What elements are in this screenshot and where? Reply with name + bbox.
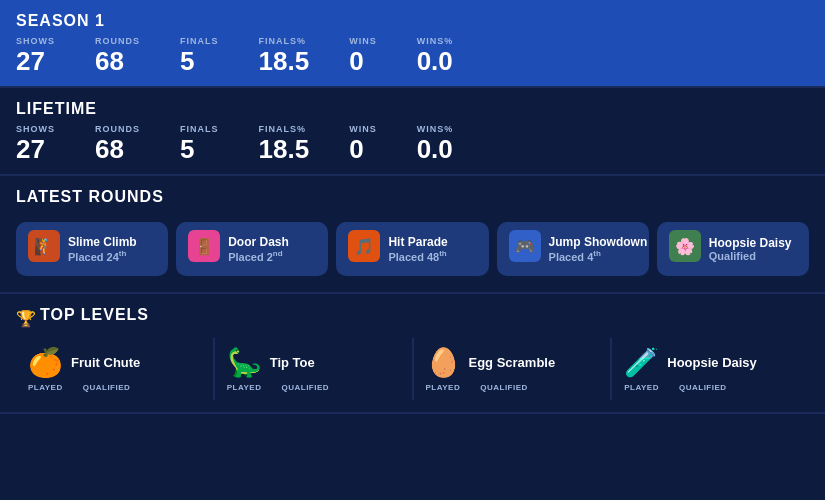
fruit-chute-icon: 🍊	[28, 346, 63, 379]
top-levels-title: TOP LEVELS	[40, 306, 149, 324]
season1-winspct-value: 0.0	[417, 48, 454, 74]
fruit-chute-header: 🍊 Fruit Chute	[28, 346, 140, 379]
season1-stat-winspct: WINS% 0.0	[417, 36, 454, 74]
svg-text:🎮: 🎮	[515, 237, 535, 256]
fruit-chute-qualified: QUALIFIED	[83, 383, 131, 392]
hit-parade-info: Hit Parade Placed 48th	[388, 235, 447, 263]
lifetime-section: LIFETIME SHOWS 27 ROUNDS 68 FINALS 5 FIN…	[0, 88, 825, 176]
slime-climb-info: Slime Climb Placed 24th	[68, 235, 137, 263]
lifetime-shows-value: 27	[16, 136, 55, 162]
door-dash-name: Door Dash	[228, 235, 289, 249]
hoopsie-daisy-icon: 🌸	[669, 230, 701, 268]
fruit-chute-stats: PLAYED QUALIFIED	[28, 383, 130, 392]
hit-parade-name: Hit Parade	[388, 235, 447, 249]
lifetime-stat-winspct: WINS% 0.0	[417, 124, 454, 162]
rounds-grid: 🧗 Slime Climb Placed 24th 🚪 Door Dash Pl…	[16, 222, 809, 280]
season1-title: SEASON 1	[16, 12, 809, 30]
tip-toe-qualified: QUALIFIED	[281, 383, 329, 392]
trophy-icon: 🏆	[16, 309, 36, 328]
door-dash-placed: Placed 2nd	[228, 249, 289, 263]
top-levels-grid: 🍊 Fruit Chute PLAYED QUALIFIED 🦕 Tip Toe	[16, 338, 809, 400]
door-dash-info: Door Dash Placed 2nd	[228, 235, 289, 263]
egg-scramble-qualified: QUALIFIED	[480, 383, 528, 392]
round-card-jump-showdown[interactable]: 🎮 Jump Showdown Placed 4th	[497, 222, 649, 276]
hoopsie-daisy-top-qualified: QUALIFIED	[679, 383, 727, 392]
egg-scramble-icon: 🥚	[426, 346, 461, 379]
egg-scramble-header: 🥚 Egg Scramble	[426, 346, 556, 379]
lifetime-finals-label: FINALS	[180, 124, 219, 134]
top-levels-header: 🏆 TOP LEVELS	[16, 306, 809, 330]
level-card-egg-scramble[interactable]: 🥚 Egg Scramble PLAYED QUALIFIED	[414, 338, 613, 400]
lifetime-rounds-label: ROUNDS	[95, 124, 140, 134]
lifetime-stat-finals: FINALS 5	[180, 124, 219, 162]
slime-climb-placed: Placed 24th	[68, 249, 137, 263]
svg-text:🌸: 🌸	[675, 237, 695, 256]
egg-scramble-played-label: PLAYED	[426, 383, 461, 392]
round-card-hit-parade[interactable]: 🎵 Hit Parade Placed 48th	[336, 222, 488, 276]
lifetime-stat-finalspct: FINALS% 18.5	[259, 124, 310, 162]
season1-section: SEASON 1 SHOWS 27 ROUNDS 68 FINALS 5 FIN…	[0, 0, 825, 88]
season1-finalspct-label: FINALS%	[259, 36, 310, 46]
slime-climb-name: Slime Climb	[68, 235, 137, 249]
season1-stat-finalspct: FINALS% 18.5	[259, 36, 310, 74]
fruit-chute-played: PLAYED	[28, 383, 63, 392]
level-card-tip-toe[interactable]: 🦕 Tip Toe PLAYED QUALIFIED	[215, 338, 414, 400]
hoopsie-daisy-top-stats: PLAYED QUALIFIED	[624, 383, 726, 392]
season1-rounds-value: 68	[95, 48, 140, 74]
season1-finals-label: FINALS	[180, 36, 219, 46]
hit-parade-icon: 🎵	[348, 230, 380, 268]
svg-text:🧗: 🧗	[34, 237, 54, 256]
latest-rounds-section: LATEST ROUNDS 🧗 Slime Climb Placed 24th …	[0, 176, 825, 294]
season1-wins-value: 0	[349, 48, 377, 74]
lifetime-stat-rounds: ROUNDS 68	[95, 124, 140, 162]
lifetime-stats-row: SHOWS 27 ROUNDS 68 FINALS 5 FINALS% 18.5…	[16, 124, 809, 162]
top-levels-section: 🏆 TOP LEVELS 🍊 Fruit Chute PLAYED QUALIF…	[0, 294, 825, 414]
tip-toe-stats: PLAYED QUALIFIED	[227, 383, 329, 392]
season1-shows-value: 27	[16, 48, 55, 74]
season1-finals-value: 5	[180, 48, 219, 74]
tip-toe-name: Tip Toe	[270, 355, 315, 370]
round-card-slime-climb[interactable]: 🧗 Slime Climb Placed 24th	[16, 222, 168, 276]
latest-rounds-header: LATEST ROUNDS	[16, 188, 809, 212]
season1-stat-wins: WINS 0	[349, 36, 377, 74]
tip-toe-header: 🦕 Tip Toe	[227, 346, 315, 379]
tip-toe-played-label: PLAYED	[227, 383, 262, 392]
lifetime-winspct-value: 0.0	[417, 136, 454, 162]
season1-finalspct-value: 18.5	[259, 48, 310, 74]
lifetime-wins-value: 0	[349, 136, 377, 162]
latest-rounds-title: LATEST ROUNDS	[16, 188, 164, 206]
fruit-chute-played-label: PLAYED	[28, 383, 63, 392]
slime-climb-icon: 🧗	[28, 230, 60, 268]
jump-showdown-placed: Placed 4th	[549, 249, 648, 263]
hit-parade-placed: Placed 48th	[388, 249, 447, 263]
fruit-chute-name: Fruit Chute	[71, 355, 140, 370]
lifetime-stat-wins: WINS 0	[349, 124, 377, 162]
lifetime-finalspct-value: 18.5	[259, 136, 310, 162]
egg-scramble-name: Egg Scramble	[469, 355, 556, 370]
lifetime-finalspct-label: FINALS%	[259, 124, 310, 134]
lifetime-shows-label: SHOWS	[16, 124, 55, 134]
hoopsie-daisy-top-played: PLAYED	[624, 383, 659, 392]
level-card-hoopsie-daisy-top[interactable]: 🧪 Hoopsie Daisy PLAYED QUALIFIED	[612, 338, 809, 400]
season1-winspct-label: WINS%	[417, 36, 454, 46]
lifetime-stat-shows: SHOWS 27	[16, 124, 55, 162]
svg-text:🎵: 🎵	[354, 237, 374, 256]
door-dash-icon: 🚪	[188, 230, 220, 268]
hoopsie-daisy-top-qualified-label: QUALIFIED	[679, 383, 727, 392]
round-card-door-dash[interactable]: 🚪 Door Dash Placed 2nd	[176, 222, 328, 276]
level-card-fruit-chute[interactable]: 🍊 Fruit Chute PLAYED QUALIFIED	[16, 338, 215, 400]
tip-toe-icon: 🦕	[227, 346, 262, 379]
season1-stat-finals: FINALS 5	[180, 36, 219, 74]
hoopsie-daisy-top-played-label: PLAYED	[624, 383, 659, 392]
hoopsie-daisy-info: Hoopsie Daisy Qualified	[709, 236, 792, 262]
tip-toe-played: PLAYED	[227, 383, 262, 392]
hoopsie-daisy-name: Hoopsie Daisy	[709, 236, 792, 250]
lifetime-winspct-label: WINS%	[417, 124, 454, 134]
round-card-hoopsie-daisy[interactable]: 🌸 Hoopsie Daisy Qualified	[657, 222, 809, 276]
hoopsie-daisy-placed: Qualified	[709, 250, 792, 262]
jump-showdown-name: Jump Showdown	[549, 235, 648, 249]
hoopsie-daisy-top-name: Hoopsie Daisy	[667, 355, 757, 370]
season1-wins-label: WINS	[349, 36, 377, 46]
lifetime-wins-label: WINS	[349, 124, 377, 134]
egg-scramble-stats: PLAYED QUALIFIED	[426, 383, 528, 392]
